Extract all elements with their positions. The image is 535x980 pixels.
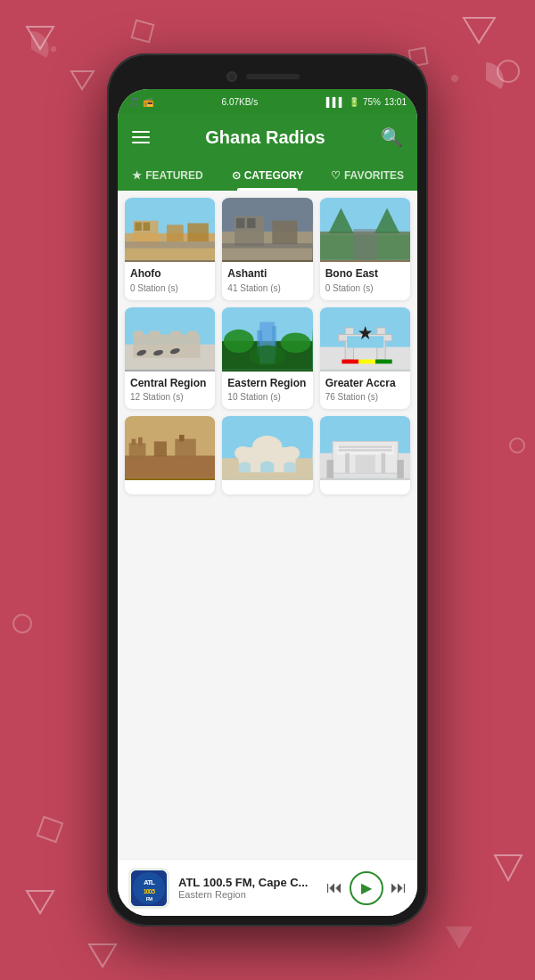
category-image-row3-2 [222, 416, 312, 480]
card-info-eastern-region: Eastern Region 10 Station (s) [222, 372, 312, 410]
app-title: Ghana Radios [205, 127, 325, 148]
svg-rect-37 [133, 331, 143, 338]
svg-point-10 [13, 615, 31, 633]
search-button[interactable]: 🔍 [381, 127, 403, 148]
player-next-button[interactable]: ⏭ [391, 878, 407, 897]
card-name-eastern-region: Eastern Region [227, 377, 307, 391]
player-subtitle: Eastern Region [178, 889, 317, 900]
battery-percent: 75% [363, 97, 381, 107]
card-info-greater-accra: Greater Accra 76 Station (s) [320, 372, 410, 410]
phone-speaker [246, 74, 300, 79]
card-info-central-region: Central Region 12 Station (s) [125, 372, 215, 410]
card-name-bono-east: Bono East [325, 267, 405, 282]
svg-rect-27 [222, 243, 312, 249]
svg-rect-68 [175, 439, 195, 458]
svg-marker-6 [27, 891, 54, 913]
tab-bar: ★ FEATURED ⊙ CATEGORY ♡ FAVORITES [118, 160, 417, 191]
category-card-central-region[interactable]: Central Region 12 Station (s) [125, 307, 215, 410]
category-image-ahofo [125, 198, 215, 262]
camera-lens [226, 71, 237, 82]
network-speed: 6.07KB/s [222, 97, 259, 107]
svg-rect-66 [138, 437, 143, 445]
svg-rect-3 [132, 20, 153, 42]
svg-rect-18 [167, 225, 184, 241]
battery-icon: 🔋 [349, 97, 359, 107]
svg-rect-8 [37, 817, 62, 842]
category-card-row3-1[interactable] [125, 416, 215, 494]
category-grid-container: Ahofo 0 Station (s) [118, 191, 417, 859]
svg-rect-39 [171, 331, 181, 338]
card-info-ashanti: Ashanti 41 Station (s) [222, 262, 312, 300]
player-controls: ⏮ ▶ ⏭ [326, 871, 407, 905]
card-stations-ashanti: 41 Station (s) [227, 283, 307, 293]
svg-point-50 [281, 332, 311, 353]
tab-category[interactable]: ⊙ CATEGORY [218, 160, 317, 191]
svg-rect-81 [338, 445, 391, 448]
player-play-button[interactable]: ▶ [350, 871, 383, 905]
category-card-row3-2[interactable] [222, 416, 312, 494]
svg-rect-17 [144, 223, 151, 231]
tab-favorites[interactable]: ♡ FAVORITES [317, 160, 417, 191]
svg-rect-82 [338, 449, 391, 452]
player-prev-button[interactable]: ⏮ [326, 878, 342, 897]
tab-featured[interactable]: ★ FEATURED [118, 160, 218, 191]
card-stations-eastern-region: 10 Station (s) [227, 392, 307, 402]
atl-logo-image: ATL 100.5 FM [131, 870, 167, 906]
card-name-greater-accra: Greater Accra [325, 377, 405, 391]
svg-rect-53 [320, 347, 410, 369]
svg-rect-69 [179, 435, 185, 442]
category-image-ashanti [222, 198, 312, 262]
card-stations-central-region: 12 Station (s) [130, 392, 210, 402]
svg-rect-59 [342, 359, 358, 363]
phone-frame: 🎵 📻 6.07KB/s ▌▌▌ 🔋 75% 13:01 Ghana Radio… [107, 53, 428, 927]
app-icon-1: 🎵 [128, 97, 139, 107]
tab-category-label: CATEGORY [244, 169, 304, 182]
svg-rect-16 [135, 223, 142, 231]
card-info-ahofo: Ahofo 0 Station (s) [125, 262, 215, 300]
status-bar: 🎵 📻 6.07KB/s ▌▌▌ 🔋 75% 13:01 [118, 89, 417, 114]
card-stations-ahofo: 0 Station (s) [130, 283, 210, 293]
favorites-heart-icon: ♡ [331, 169, 341, 182]
category-image-row3-1 [125, 416, 215, 480]
svg-rect-67 [154, 442, 167, 457]
svg-rect-65 [132, 439, 136, 446]
tab-favorites-label: FAVORITES [344, 169, 404, 182]
card-info-row3-2 [222, 480, 312, 494]
svg-rect-25 [247, 218, 255, 228]
category-card-bono-east[interactable]: Bono East 0 Station (s) [320, 198, 410, 300]
svg-rect-20 [125, 241, 215, 249]
svg-rect-40 [187, 331, 197, 338]
category-image-eastern-region [222, 307, 312, 372]
svg-point-11 [510, 438, 524, 453]
svg-rect-60 [358, 359, 375, 363]
category-card-row3-3[interactable] [320, 416, 410, 494]
app-bar: Ghana Radios 🔍 [118, 114, 417, 160]
card-info-row3-3 [320, 480, 410, 494]
svg-marker-1 [464, 18, 495, 43]
svg-rect-24 [236, 218, 244, 228]
category-image-central-region [125, 307, 215, 372]
svg-rect-19 [187, 223, 208, 241]
svg-rect-38 [150, 331, 160, 338]
bottom-player: ATL 100.5 FM ATL 100.5 FM, Cape C... Eas… [118, 859, 417, 916]
player-info: ATL 100.5 FM, Cape C... Eastern Region [178, 876, 317, 900]
tab-featured-label: FEATURED [145, 169, 202, 182]
category-card-ahofo[interactable]: Ahofo 0 Station (s) [125, 198, 215, 300]
svg-marker-7 [495, 855, 522, 880]
svg-text:100.5: 100.5 [144, 888, 156, 894]
svg-point-49 [224, 329, 254, 352]
svg-point-74 [235, 446, 251, 460]
svg-marker-12 [89, 944, 116, 967]
svg-point-5 [498, 61, 519, 82]
svg-marker-0 [27, 27, 54, 49]
card-info-bono-east: Bono East 0 Station (s) [320, 262, 410, 300]
category-card-ashanti[interactable]: Ashanti 41 Station (s) [222, 198, 312, 300]
category-card-eastern-region[interactable]: Eastern Region 10 Station (s) [222, 307, 312, 410]
play-icon: ▶ [361, 879, 372, 896]
category-card-greater-accra[interactable]: Greater Accra 76 Station (s) [320, 307, 410, 410]
svg-text:FM: FM [146, 896, 153, 902]
app-icon-2: 📻 [143, 97, 153, 107]
menu-button[interactable] [132, 131, 150, 143]
svg-text:ATL: ATL [144, 878, 155, 886]
svg-rect-83 [345, 453, 350, 474]
